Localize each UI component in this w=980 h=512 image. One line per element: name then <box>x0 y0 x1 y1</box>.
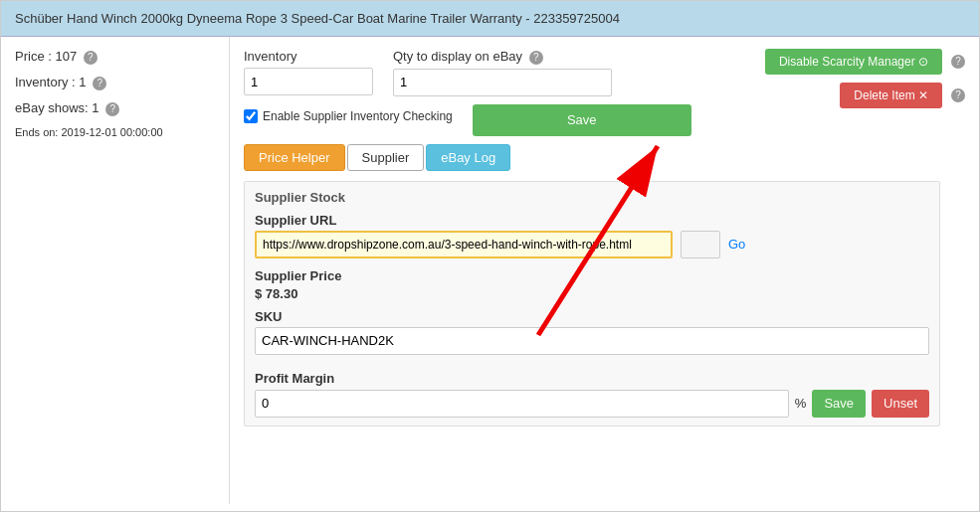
ends-on-value: 2019-12-01 00:00:00 <box>61 126 162 138</box>
page-wrapper: Schüber Hand Winch 2000kg Dyneema Rope 3… <box>0 0 980 512</box>
supplier-price-label: Supplier Price <box>255 268 929 283</box>
supplier-section-title: Supplier Stock <box>255 190 929 205</box>
profit-save-button[interactable]: Save <box>812 390 866 418</box>
price-label: Price : <box>15 49 52 64</box>
tab-price-helper[interactable]: Price Helper <box>244 144 345 171</box>
right-panel: Disable Scarcity Manager ⊙ ? Delete Item… <box>230 37 979 504</box>
price-help-icon[interactable]: ? <box>84 51 98 65</box>
disable-scarcity-button[interactable]: Disable Scarcity Manager ⊙ <box>765 49 942 75</box>
profit-label: Profit Margin <box>255 371 929 386</box>
go-link[interactable]: Go <box>728 237 745 252</box>
tabs-row: Price Helper Supplier eBay Log <box>244 144 965 171</box>
url-row: Go <box>255 231 929 258</box>
ebay-shows-value: 1 <box>92 100 98 115</box>
save-button[interactable]: Save <box>473 104 691 136</box>
disable-scarcity-row: Disable Scarcity Manager ⊙ ? <box>765 49 965 75</box>
inventory-help-icon[interactable]: ? <box>93 77 106 90</box>
qty-form-group: Qty to display on eBay ? <box>393 49 612 96</box>
checkbox-row: Enable Supplier Inventory Checking <box>244 109 453 123</box>
ends-on-label: Ends on: <box>15 126 58 138</box>
disable-scarcity-help-icon[interactable]: ? <box>951 55 965 69</box>
inventory-input[interactable] <box>244 68 373 95</box>
price-row: Price : 107 ? <box>15 49 215 65</box>
checkbox-label: Enable Supplier Inventory Checking <box>263 109 453 123</box>
url-strip <box>681 231 720 258</box>
sku-label: SKU <box>255 309 929 324</box>
inventory-form-group: Inventory <box>244 49 373 95</box>
supplier-url-input[interactable] <box>255 231 673 258</box>
ebay-shows-help-icon[interactable]: ? <box>105 102 119 116</box>
inventory-row: Inventory : 1 ? <box>15 75 215 90</box>
percent-label: % <box>795 396 807 411</box>
profit-row: % Save Unset <box>255 390 929 418</box>
price-row-supplier: Supplier Price $ 78.30 <box>255 268 929 301</box>
delete-item-help-icon[interactable]: ? <box>951 88 965 102</box>
qty-form-label: Qty to display on eBay ? <box>393 49 612 65</box>
right-actions: Disable Scarcity Manager ⊙ ? Delete Item… <box>765 49 965 108</box>
inventory-value: 1 <box>79 75 86 89</box>
left-panel: Price : 107 ? Inventory : 1 ? eBay shows… <box>1 37 230 504</box>
inventory-form-label: Inventory <box>244 49 373 64</box>
supplier-inventory-checkbox[interactable] <box>244 109 258 123</box>
supplier-section: Supplier Stock Supplier URL Go Supplier … <box>244 181 940 427</box>
ends-on-row: Ends on: 2019-12-01 00:00:00 <box>15 126 215 138</box>
inventory-label: Inventory : <box>15 75 76 89</box>
profit-section: Profit Margin % Save Unset <box>255 371 929 418</box>
url-label: Supplier URL <box>255 213 929 228</box>
main-content: Price : 107 ? Inventory : 1 ? eBay shows… <box>1 37 979 504</box>
tab-ebay-log[interactable]: eBay Log <box>426 144 510 171</box>
profit-input[interactable] <box>255 390 789 418</box>
tab-supplier[interactable]: Supplier <box>347 144 425 171</box>
product-title: Schüber Hand Winch 2000kg Dyneema Rope 3… <box>15 11 620 26</box>
qty-input[interactable] <box>393 69 612 96</box>
delete-item-button[interactable]: Delete Item ✕ <box>840 83 942 108</box>
profit-unset-button[interactable]: Unset <box>872 390 929 418</box>
sku-input[interactable] <box>255 327 929 355</box>
title-bar: Schüber Hand Winch 2000kg Dyneema Rope 3… <box>1 1 979 37</box>
supplier-price-value: $ 78.30 <box>255 286 929 301</box>
delete-item-row: Delete Item ✕ ? <box>840 83 965 108</box>
ebay-shows-row: eBay shows: 1 ? <box>15 100 215 116</box>
price-value: 107 <box>55 49 77 64</box>
qty-help-icon[interactable]: ? <box>529 51 543 65</box>
ebay-shows-label: eBay shows: <box>15 100 89 115</box>
